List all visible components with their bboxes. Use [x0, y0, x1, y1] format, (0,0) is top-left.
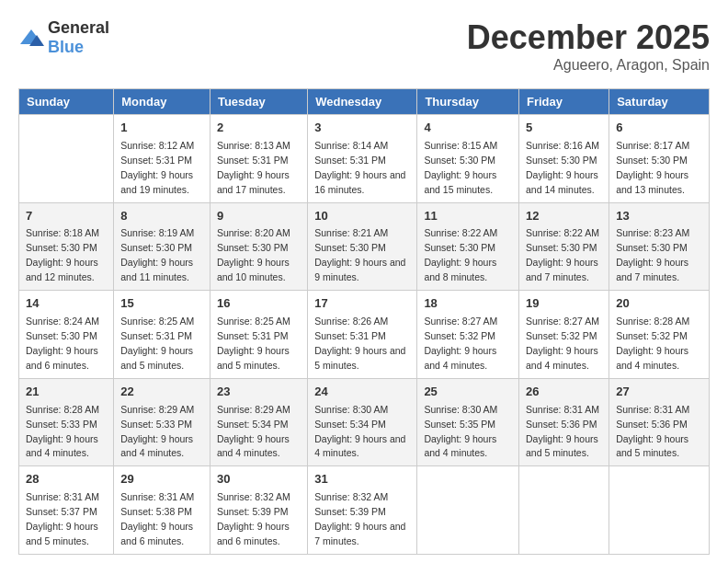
sunset-text: Sunset: 5:30 PM: [314, 242, 386, 253]
calendar-cell: 6Sunrise: 8:17 AMSunset: 5:30 PMDaylight…: [609, 115, 710, 203]
calendar-cell: 30Sunrise: 8:32 AMSunset: 5:39 PMDayligh…: [210, 466, 307, 555]
sunset-text: Sunset: 5:30 PM: [26, 242, 97, 253]
sunset-text: Sunset: 5:34 PM: [217, 419, 289, 430]
date-number: 26: [526, 384, 602, 401]
date-number: 8: [120, 208, 203, 225]
date-number: 11: [424, 208, 512, 225]
sunrise-text: Sunrise: 8:20 AM: [217, 227, 290, 238]
daylight-text: Daylight: 9 hours and 15 minutes.: [424, 169, 496, 195]
sunrise-text: Sunrise: 8:25 AM: [217, 316, 290, 327]
calendar-cell: 31Sunrise: 8:32 AMSunset: 5:39 PMDayligh…: [308, 466, 417, 555]
date-number: 24: [314, 384, 410, 401]
col-tuesday: Tuesday: [210, 89, 307, 115]
calendar-cell: 7Sunrise: 8:18 AMSunset: 5:30 PMDaylight…: [19, 202, 114, 291]
sunset-text: Sunset: 5:32 PM: [616, 330, 688, 341]
sunset-text: Sunset: 5:38 PM: [120, 506, 192, 517]
calendar-cell: [518, 466, 609, 555]
col-wednesday: Wednesday: [308, 89, 417, 115]
calendar-cell: 14Sunrise: 8:24 AMSunset: 5:30 PMDayligh…: [19, 291, 114, 379]
sunrise-text: Sunrise: 8:30 AM: [314, 404, 388, 415]
date-number: 21: [26, 384, 107, 401]
calendar-cell: 3Sunrise: 8:14 AMSunset: 5:31 PMDaylight…: [308, 115, 417, 203]
calendar-cell: 27Sunrise: 8:31 AMSunset: 5:36 PMDayligh…: [609, 378, 710, 466]
calendar-cell: 4Sunrise: 8:15 AMSunset: 5:30 PMDaylight…: [417, 115, 519, 203]
calendar-cell: 8Sunrise: 8:19 AMSunset: 5:30 PMDaylight…: [114, 202, 210, 291]
daylight-text: Daylight: 9 hours and 8 minutes.: [424, 257, 496, 282]
sunrise-text: Sunrise: 8:27 AM: [424, 316, 497, 327]
calendar-cell: 17Sunrise: 8:26 AMSunset: 5:31 PMDayligh…: [308, 291, 417, 379]
sunrise-text: Sunrise: 8:22 AM: [424, 227, 497, 238]
sunset-text: Sunset: 5:32 PM: [526, 330, 597, 341]
calendar-cell: 21Sunrise: 8:28 AMSunset: 5:33 PMDayligh…: [19, 378, 114, 466]
daylight-text: Daylight: 9 hours and 9 minutes.: [314, 257, 405, 282]
sunset-text: Sunset: 5:39 PM: [314, 506, 386, 517]
sunrise-text: Sunrise: 8:17 AM: [616, 140, 689, 151]
date-number: 9: [217, 208, 301, 225]
sunset-text: Sunset: 5:36 PM: [526, 419, 597, 430]
sunrise-text: Sunrise: 8:29 AM: [217, 404, 290, 415]
calendar-cell: 22Sunrise: 8:29 AMSunset: 5:33 PMDayligh…: [114, 378, 210, 466]
date-number: 7: [26, 208, 107, 225]
date-number: 6: [616, 120, 702, 137]
sunrise-text: Sunrise: 8:15 AM: [424, 140, 497, 151]
daylight-text: Daylight: 9 hours and 6 minutes.: [120, 521, 193, 546]
date-number: 31: [314, 471, 410, 488]
sunset-text: Sunset: 5:35 PM: [424, 419, 495, 430]
logo-blue: Blue: [48, 38, 84, 56]
daylight-text: Daylight: 9 hours and 4 minutes.: [217, 433, 290, 459]
calendar-cell: 2Sunrise: 8:13 AMSunset: 5:31 PMDaylight…: [210, 115, 307, 203]
sunrise-text: Sunrise: 8:29 AM: [120, 404, 194, 415]
date-number: 27: [616, 384, 702, 401]
sunrise-text: Sunrise: 8:28 AM: [26, 404, 99, 415]
calendar-table: Sunday Monday Tuesday Wednesday Thursday…: [18, 88, 710, 555]
sunset-text: Sunset: 5:30 PM: [424, 242, 495, 253]
sunrise-text: Sunrise: 8:31 AM: [26, 491, 99, 502]
logo: General Blue: [18, 18, 109, 57]
sunrise-text: Sunrise: 8:23 AM: [616, 227, 689, 238]
calendar-cell: 1Sunrise: 8:12 AMSunset: 5:31 PMDaylight…: [114, 115, 210, 203]
sunset-text: Sunset: 5:30 PM: [26, 330, 97, 341]
calendar-cell: 29Sunrise: 8:31 AMSunset: 5:38 PMDayligh…: [114, 466, 210, 555]
calendar-cell: 12Sunrise: 8:22 AMSunset: 5:30 PMDayligh…: [518, 202, 609, 291]
header: General Blue December 2025 Agueero, Arag…: [18, 18, 710, 74]
sunset-text: Sunset: 5:31 PM: [217, 330, 289, 341]
date-number: 19: [526, 295, 602, 313]
date-number: 10: [314, 208, 410, 225]
daylight-text: Daylight: 9 hours and 17 minutes.: [217, 169, 290, 195]
calendar-week-4: 21Sunrise: 8:28 AMSunset: 5:33 PMDayligh…: [19, 378, 710, 466]
calendar-cell: 15Sunrise: 8:25 AMSunset: 5:31 PMDayligh…: [114, 291, 210, 379]
daylight-text: Daylight: 9 hours and 10 minutes.: [217, 257, 290, 282]
daylight-text: Daylight: 9 hours and 12 minutes.: [26, 257, 98, 282]
date-number: 5: [526, 120, 602, 137]
calendar-cell: 20Sunrise: 8:28 AMSunset: 5:32 PMDayligh…: [609, 291, 710, 379]
sunset-text: Sunset: 5:39 PM: [217, 506, 289, 517]
daylight-text: Daylight: 9 hours and 4 minutes.: [616, 345, 688, 371]
date-number: 29: [120, 471, 203, 488]
calendar-cell: 13Sunrise: 8:23 AMSunset: 5:30 PMDayligh…: [609, 202, 710, 291]
daylight-text: Daylight: 9 hours and 5 minutes.: [616, 433, 688, 459]
sunset-text: Sunset: 5:30 PM: [526, 155, 597, 166]
sunset-text: Sunset: 5:30 PM: [526, 242, 597, 253]
date-number: 1: [120, 120, 203, 137]
date-number: 4: [424, 120, 512, 137]
date-number: 18: [424, 295, 512, 313]
date-number: 14: [26, 295, 107, 313]
date-number: 12: [526, 208, 602, 225]
calendar-cell: 25Sunrise: 8:30 AMSunset: 5:35 PMDayligh…: [417, 378, 519, 466]
calendar-cell: 26Sunrise: 8:31 AMSunset: 5:36 PMDayligh…: [518, 378, 609, 466]
sunset-text: Sunset: 5:30 PM: [217, 242, 289, 253]
sunrise-text: Sunrise: 8:22 AM: [526, 227, 599, 238]
col-friday: Friday: [518, 89, 609, 115]
daylight-text: Daylight: 9 hours and 6 minutes.: [26, 345, 98, 371]
calendar-cell: [417, 466, 519, 555]
sunrise-text: Sunrise: 8:31 AM: [526, 404, 599, 415]
daylight-text: Daylight: 9 hours and 11 minutes.: [120, 257, 193, 282]
date-number: 30: [217, 471, 301, 488]
subtitle: Agueero, Aragon, Spain: [467, 57, 710, 74]
sunset-text: Sunset: 5:31 PM: [314, 330, 386, 341]
col-monday: Monday: [114, 89, 210, 115]
main-title: December 2025: [467, 18, 710, 57]
col-sunday: Sunday: [19, 89, 114, 115]
col-thursday: Thursday: [417, 89, 519, 115]
daylight-text: Daylight: 9 hours and 19 minutes.: [120, 169, 193, 195]
